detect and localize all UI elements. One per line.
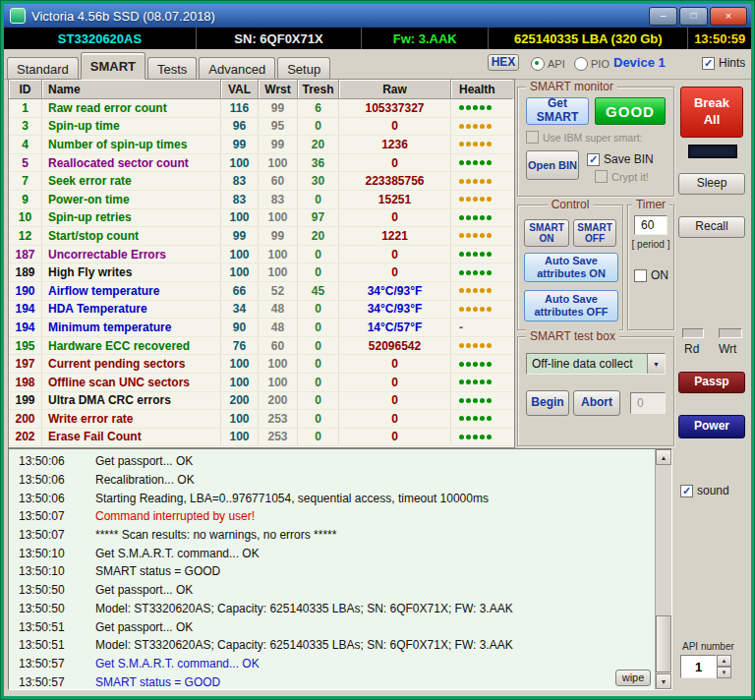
api-number-spinner[interactable]: 1 ▲ ▼ bbox=[680, 655, 731, 678]
chevron-down-icon[interactable]: ▼ bbox=[647, 354, 665, 374]
tab-standard[interactable]: Standard bbox=[7, 57, 79, 80]
titlebar[interactable]: Victoria 4.56b SSD (08.07.2018) – □ × bbox=[4, 4, 751, 28]
table-row[interactable]: 202Erase Fail Count10025300 bbox=[9, 429, 514, 447]
col-raw[interactable]: Raw bbox=[339, 80, 451, 99]
scroll-up-icon[interactable]: ▲ bbox=[656, 449, 671, 465]
table-row[interactable]: 4Number of spin-up times9999201236 bbox=[9, 136, 514, 154]
table-row[interactable]: 194Minimum temperature9048014°C/57°F- bbox=[9, 319, 514, 337]
table-cell: 187 bbox=[9, 246, 42, 263]
table-row[interactable]: 200Write error rate10025300 bbox=[9, 410, 514, 429]
log-panel[interactable]: 13:50:06Get passport... OK13:50:06Recali… bbox=[8, 448, 672, 690]
passport-button[interactable]: Passp bbox=[678, 372, 745, 393]
spin-down-icon[interactable]: ▼ bbox=[717, 667, 731, 678]
table-cell: 60 bbox=[259, 172, 298, 190]
hints-checkbox[interactable]: ✓ Hints bbox=[702, 56, 745, 70]
power-button[interactable]: Power bbox=[678, 415, 745, 438]
table-row[interactable]: 198Offline scan UNC sectors10010000 bbox=[9, 374, 514, 392]
table-cell: 7 bbox=[9, 172, 42, 190]
table-cell: 1236 bbox=[339, 136, 451, 153]
health-dot-icon bbox=[473, 288, 478, 293]
sleep-button[interactable]: Sleep bbox=[678, 173, 745, 195]
table-cell: 100 bbox=[221, 209, 259, 227]
health-dot-icon bbox=[480, 362, 485, 367]
health-dot-icon bbox=[473, 179, 478, 184]
health-indicator bbox=[451, 99, 512, 117]
tab-setup[interactable]: Setup bbox=[277, 57, 330, 80]
health-dot-icon bbox=[473, 252, 478, 257]
autosave-on-button[interactable]: Auto Save attributes ON bbox=[524, 253, 618, 282]
log-scrollbar[interactable]: ▲ ▼ bbox=[655, 449, 671, 689]
tab-tests[interactable]: Tests bbox=[147, 57, 197, 80]
table-row[interactable]: 195Hardware ECC recovered7660052096542 bbox=[9, 337, 514, 356]
begin-button[interactable]: Begin bbox=[526, 390, 569, 416]
log-line: 13:50:51Get passport... OK bbox=[9, 617, 671, 636]
crypt-it-checkbox[interactable]: Crypt it! bbox=[595, 170, 649, 183]
close-button[interactable]: × bbox=[710, 7, 747, 26]
wipe-button[interactable]: wipe bbox=[615, 670, 651, 686]
table-row[interactable]: 9Power-on time8383015251 bbox=[9, 191, 514, 209]
spin-up-icon[interactable]: ▲ bbox=[717, 655, 731, 667]
break-all-button[interactable]: Break All bbox=[680, 87, 743, 138]
smart-on-button[interactable]: SMART ON bbox=[524, 219, 569, 247]
col-id[interactable]: ID bbox=[9, 80, 42, 99]
health-indicator bbox=[451, 337, 512, 355]
minimize-button[interactable]: – bbox=[649, 7, 677, 26]
scrollbar-thumb[interactable] bbox=[656, 615, 671, 672]
pio-radio[interactable]: PIO bbox=[574, 57, 610, 71]
sound-checkbox[interactable]: ✓ sound bbox=[680, 484, 729, 497]
test-select-dropdown[interactable]: Off-line data collect ▼ bbox=[526, 353, 666, 375]
smart-off-button[interactable]: SMART OFF bbox=[573, 219, 616, 247]
col-wrst[interactable]: Wrst bbox=[259, 80, 298, 99]
table-row[interactable]: 187Uncorrectable Errors10010000 bbox=[9, 246, 514, 264]
log-message: Command interrupted by user! bbox=[80, 509, 255, 523]
maximize-icon: □ bbox=[690, 11, 696, 21]
table-row[interactable]: 5Reallocated sector count100100360 bbox=[9, 154, 514, 173]
col-val[interactable]: VAL bbox=[221, 80, 259, 99]
autosave-off-button[interactable]: Auto Save attributes OFF bbox=[524, 290, 618, 321]
tab-advanced[interactable]: Advanced bbox=[199, 57, 275, 80]
table-cell: 0 bbox=[298, 392, 339, 410]
table-row[interactable]: 189High Fly writes10010000 bbox=[9, 263, 514, 282]
health-dot-icon bbox=[459, 233, 464, 238]
ibm-super-smart-checkbox[interactable]: Use IBM super smart: bbox=[526, 131, 643, 144]
scroll-down-icon[interactable]: ▼ bbox=[656, 673, 671, 689]
table-row[interactable]: 7Seek error rate836030223385756 bbox=[9, 172, 514, 191]
hex-button[interactable]: HEX bbox=[488, 54, 519, 71]
check-icon: ✓ bbox=[682, 486, 691, 496]
table-row[interactable]: 1Raw read error count116996105337327 bbox=[9, 99, 514, 118]
table-row[interactable]: 3Spin-up time969500 bbox=[9, 118, 514, 137]
health-indicator bbox=[451, 410, 512, 428]
api-radio[interactable]: API bbox=[531, 57, 565, 71]
col-name[interactable]: Name bbox=[42, 80, 221, 99]
log-timestamp: 13:50:57 bbox=[19, 657, 80, 671]
activity-led-strip bbox=[688, 145, 737, 158]
col-health[interactable]: Health bbox=[451, 80, 512, 99]
recall-button[interactable]: Recall bbox=[678, 216, 745, 238]
col-tresh[interactable]: Tresh bbox=[298, 80, 339, 99]
log-timestamp: 13:50:10 bbox=[19, 564, 80, 578]
timer-period-label: [ period ] bbox=[628, 239, 673, 250]
table-cell: Offline scan UNC sectors bbox=[42, 374, 221, 391]
table-row[interactable]: 194HDA Temperature3448034°C/93°F bbox=[9, 301, 514, 320]
maximize-button[interactable]: □ bbox=[679, 7, 708, 26]
table-cell: 195 bbox=[9, 337, 42, 355]
log-line: 13:50:07Command interrupted by user! bbox=[9, 507, 671, 526]
timer-value-input[interactable]: 60 bbox=[634, 215, 668, 235]
table-cell: Uncorrectable Errors bbox=[42, 246, 221, 263]
table-row[interactable]: 199Ultra DMA CRC errors20020000 bbox=[9, 392, 514, 411]
table-row[interactable]: 12Start/stop count9999201221 bbox=[9, 227, 514, 246]
timer-on-checkbox[interactable]: ON bbox=[634, 268, 668, 282]
tab-smart[interactable]: SMART bbox=[81, 52, 145, 80]
table-row[interactable]: 190Airflow temperature66524534°C/93°F bbox=[9, 282, 514, 301]
get-smart-button[interactable]: Get SMART bbox=[526, 97, 589, 125]
table-row[interactable]: 197Current pending sectors10010000 bbox=[9, 355, 514, 374]
table-row[interactable]: 10Spin-up retries100100970 bbox=[9, 209, 514, 228]
table-cell: 223385756 bbox=[339, 172, 451, 190]
open-bin-button[interactable]: Open BIN bbox=[526, 150, 579, 180]
abort-button[interactable]: Abort bbox=[573, 390, 620, 416]
health-dot-icon bbox=[480, 233, 485, 238]
test-value-input[interactable]: 0 bbox=[630, 392, 666, 414]
health-indicator bbox=[451, 191, 512, 208]
drive-firmware: Fw: 3.AAK bbox=[362, 28, 489, 49]
save-bin-checkbox[interactable]: ✓ Save BIN bbox=[587, 152, 654, 166]
